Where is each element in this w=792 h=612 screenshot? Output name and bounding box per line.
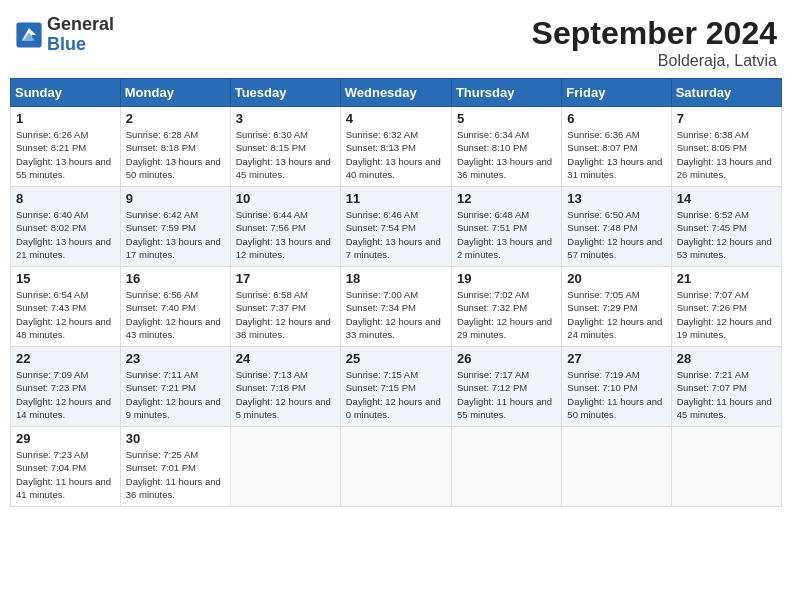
day-info: Sunrise: 6:42 AMSunset: 7:59 PMDaylight:… [126, 208, 225, 261]
calendar-cell: 30 Sunrise: 7:25 AMSunset: 7:01 PMDaylig… [120, 427, 230, 507]
calendar-cell [340, 427, 451, 507]
day-number: 20 [567, 271, 665, 286]
calendar-cell: 6 Sunrise: 6:36 AMSunset: 8:07 PMDayligh… [562, 107, 671, 187]
day-info: Sunrise: 7:09 AMSunset: 7:23 PMDaylight:… [16, 368, 115, 421]
calendar-cell: 13 Sunrise: 6:50 AMSunset: 7:48 PMDaylig… [562, 187, 671, 267]
day-number: 5 [457, 111, 556, 126]
calendar-cell: 21 Sunrise: 7:07 AMSunset: 7:26 PMDaylig… [671, 267, 781, 347]
day-of-week-header: Monday [120, 79, 230, 107]
calendar-cell: 27 Sunrise: 7:19 AMSunset: 7:10 PMDaylig… [562, 347, 671, 427]
day-number: 24 [236, 351, 335, 366]
calendar-cell: 16 Sunrise: 6:56 AMSunset: 7:40 PMDaylig… [120, 267, 230, 347]
calendar-cell: 28 Sunrise: 7:21 AMSunset: 7:07 PMDaylig… [671, 347, 781, 427]
day-info: Sunrise: 6:26 AMSunset: 8:21 PMDaylight:… [16, 128, 115, 181]
day-info: Sunrise: 7:00 AMSunset: 7:34 PMDaylight:… [346, 288, 446, 341]
calendar-cell: 19 Sunrise: 7:02 AMSunset: 7:32 PMDaylig… [451, 267, 561, 347]
calendar-cell: 14 Sunrise: 6:52 AMSunset: 7:45 PMDaylig… [671, 187, 781, 267]
day-info: Sunrise: 7:17 AMSunset: 7:12 PMDaylight:… [457, 368, 556, 421]
calendar-cell [671, 427, 781, 507]
calendar-week-row: 8 Sunrise: 6:40 AMSunset: 8:02 PMDayligh… [11, 187, 782, 267]
day-number: 17 [236, 271, 335, 286]
day-number: 26 [457, 351, 556, 366]
calendar-cell: 4 Sunrise: 6:32 AMSunset: 8:13 PMDayligh… [340, 107, 451, 187]
day-number: 16 [126, 271, 225, 286]
day-number: 4 [346, 111, 446, 126]
calendar-cell: 25 Sunrise: 7:15 AMSunset: 7:15 PMDaylig… [340, 347, 451, 427]
day-info: Sunrise: 7:21 AMSunset: 7:07 PMDaylight:… [677, 368, 776, 421]
day-number: 19 [457, 271, 556, 286]
day-of-week-header: Wednesday [340, 79, 451, 107]
day-number: 10 [236, 191, 335, 206]
day-info: Sunrise: 6:36 AMSunset: 8:07 PMDaylight:… [567, 128, 665, 181]
calendar-week-row: 1 Sunrise: 6:26 AMSunset: 8:21 PMDayligh… [11, 107, 782, 187]
day-of-week-header: Saturday [671, 79, 781, 107]
day-number: 3 [236, 111, 335, 126]
title-block: September 2024 Bolderaja, Latvia [532, 15, 777, 70]
calendar-cell: 22 Sunrise: 7:09 AMSunset: 7:23 PMDaylig… [11, 347, 121, 427]
day-info: Sunrise: 6:32 AMSunset: 8:13 PMDaylight:… [346, 128, 446, 181]
day-number: 6 [567, 111, 665, 126]
day-info: Sunrise: 7:25 AMSunset: 7:01 PMDaylight:… [126, 448, 225, 501]
day-info: Sunrise: 6:52 AMSunset: 7:45 PMDaylight:… [677, 208, 776, 261]
calendar-cell: 12 Sunrise: 6:48 AMSunset: 7:51 PMDaylig… [451, 187, 561, 267]
page-header: General Blue September 2024 Bolderaja, L… [10, 10, 782, 70]
logo-general: General [47, 15, 114, 35]
day-number: 7 [677, 111, 776, 126]
day-number: 12 [457, 191, 556, 206]
calendar-cell: 1 Sunrise: 6:26 AMSunset: 8:21 PMDayligh… [11, 107, 121, 187]
day-info: Sunrise: 7:07 AMSunset: 7:26 PMDaylight:… [677, 288, 776, 341]
calendar-cell [451, 427, 561, 507]
logo-blue: Blue [47, 35, 114, 55]
day-info: Sunrise: 6:34 AMSunset: 8:10 PMDaylight:… [457, 128, 556, 181]
logo-icon [15, 21, 43, 49]
day-of-week-header: Tuesday [230, 79, 340, 107]
day-number: 13 [567, 191, 665, 206]
day-info: Sunrise: 6:38 AMSunset: 8:05 PMDaylight:… [677, 128, 776, 181]
day-number: 28 [677, 351, 776, 366]
logo-text: General Blue [47, 15, 114, 55]
calendar-cell: 11 Sunrise: 6:46 AMSunset: 7:54 PMDaylig… [340, 187, 451, 267]
day-number: 9 [126, 191, 225, 206]
day-number: 25 [346, 351, 446, 366]
calendar-cell: 26 Sunrise: 7:17 AMSunset: 7:12 PMDaylig… [451, 347, 561, 427]
calendar-cell: 3 Sunrise: 6:30 AMSunset: 8:15 PMDayligh… [230, 107, 340, 187]
logo: General Blue [15, 15, 114, 55]
day-number: 8 [16, 191, 115, 206]
location: Bolderaja, Latvia [532, 52, 777, 70]
day-info: Sunrise: 7:23 AMSunset: 7:04 PMDaylight:… [16, 448, 115, 501]
day-number: 22 [16, 351, 115, 366]
calendar-cell: 23 Sunrise: 7:11 AMSunset: 7:21 PMDaylig… [120, 347, 230, 427]
calendar-week-row: 22 Sunrise: 7:09 AMSunset: 7:23 PMDaylig… [11, 347, 782, 427]
day-info: Sunrise: 6:50 AMSunset: 7:48 PMDaylight:… [567, 208, 665, 261]
day-info: Sunrise: 7:11 AMSunset: 7:21 PMDaylight:… [126, 368, 225, 421]
day-info: Sunrise: 7:02 AMSunset: 7:32 PMDaylight:… [457, 288, 556, 341]
day-number: 23 [126, 351, 225, 366]
day-info: Sunrise: 6:54 AMSunset: 7:43 PMDaylight:… [16, 288, 115, 341]
day-info: Sunrise: 6:56 AMSunset: 7:40 PMDaylight:… [126, 288, 225, 341]
day-number: 21 [677, 271, 776, 286]
day-of-week-header: Thursday [451, 79, 561, 107]
calendar-table: SundayMondayTuesdayWednesdayThursdayFrid… [10, 78, 782, 507]
day-number: 14 [677, 191, 776, 206]
calendar-cell [230, 427, 340, 507]
day-of-week-header: Friday [562, 79, 671, 107]
calendar-cell: 15 Sunrise: 6:54 AMSunset: 7:43 PMDaylig… [11, 267, 121, 347]
calendar-cell: 7 Sunrise: 6:38 AMSunset: 8:05 PMDayligh… [671, 107, 781, 187]
day-of-week-header: Sunday [11, 79, 121, 107]
day-number: 2 [126, 111, 225, 126]
day-number: 1 [16, 111, 115, 126]
calendar-cell: 29 Sunrise: 7:23 AMSunset: 7:04 PMDaylig… [11, 427, 121, 507]
calendar-cell: 17 Sunrise: 6:58 AMSunset: 7:37 PMDaylig… [230, 267, 340, 347]
day-number: 27 [567, 351, 665, 366]
day-info: Sunrise: 6:30 AMSunset: 8:15 PMDaylight:… [236, 128, 335, 181]
day-info: Sunrise: 7:13 AMSunset: 7:18 PMDaylight:… [236, 368, 335, 421]
calendar-header-row: SundayMondayTuesdayWednesdayThursdayFrid… [11, 79, 782, 107]
day-info: Sunrise: 7:19 AMSunset: 7:10 PMDaylight:… [567, 368, 665, 421]
calendar-cell: 8 Sunrise: 6:40 AMSunset: 8:02 PMDayligh… [11, 187, 121, 267]
day-info: Sunrise: 6:48 AMSunset: 7:51 PMDaylight:… [457, 208, 556, 261]
day-number: 30 [126, 431, 225, 446]
day-number: 11 [346, 191, 446, 206]
calendar-cell: 9 Sunrise: 6:42 AMSunset: 7:59 PMDayligh… [120, 187, 230, 267]
calendar-cell: 20 Sunrise: 7:05 AMSunset: 7:29 PMDaylig… [562, 267, 671, 347]
calendar-cell: 10 Sunrise: 6:44 AMSunset: 7:56 PMDaylig… [230, 187, 340, 267]
